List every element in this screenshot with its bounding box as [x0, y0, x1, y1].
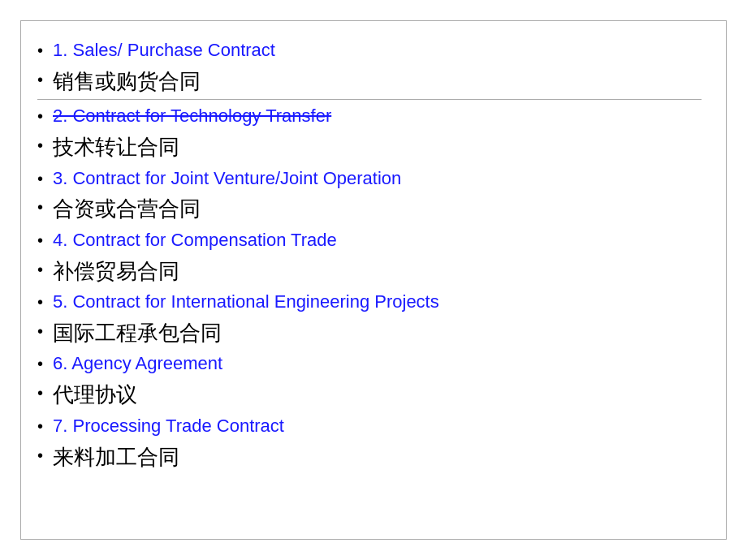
list-item: •2. Contract for Technology Transfer	[37, 103, 702, 129]
bullet-point: •	[37, 444, 43, 467]
item-5-zh: 国际工程承包合同	[53, 318, 222, 347]
list-item: •6. Agency Agreement	[37, 351, 702, 377]
bullet-point: •	[37, 105, 43, 127]
section-divider	[37, 99, 702, 100]
item-3-zh: 合资或合营合同	[53, 194, 201, 223]
list-item: •补偿贸易合同	[37, 256, 702, 286]
item-7-zh: 来料加工合同	[53, 442, 179, 472]
item-5-en: 5. Contract for International Engineerin…	[53, 289, 439, 315]
list-item: •代理协议	[37, 380, 702, 409]
bullet-point: •	[37, 68, 43, 91]
bullet-point: •	[37, 134, 43, 157]
list-item: •国际工程承包合同	[37, 318, 702, 347]
list-item: •5. Contract for International Engineeri…	[37, 289, 702, 315]
bullet-point: •	[37, 229, 43, 252]
bullet-point: •	[37, 415, 43, 437]
content-list: •1. Sales/ Purchase Contract•销售或购货合同•2. …	[37, 37, 702, 472]
list-item: •3. Contract for Joint Venture/Joint Ope…	[37, 166, 702, 192]
item-1-en: 1. Sales/ Purchase Contract	[53, 37, 275, 63]
item-4-en: 4. Contract for Compensation Trade	[53, 227, 337, 253]
list-item: •7. Processing Trade Contract	[37, 413, 702, 439]
list-item: •来料加工合同	[37, 442, 702, 472]
list-item: •1. Sales/ Purchase Contract	[37, 37, 702, 63]
list-item: •技术转让合同	[37, 132, 702, 162]
bullet-point: •	[37, 291, 43, 313]
item-2-en: 2. Contract for Technology Transfer	[53, 103, 331, 129]
item-2-zh: 技术转让合同	[53, 132, 179, 162]
item-3-en: 3. Contract for Joint Venture/Joint Oper…	[53, 166, 401, 192]
bullet-point: •	[37, 352, 43, 375]
item-6-zh: 代理协议	[53, 380, 137, 409]
bullet-point: •	[37, 381, 43, 404]
bullet-point: •	[37, 39, 43, 62]
list-item: •销售或购货合同	[37, 67, 702, 96]
bullet-point: •	[37, 196, 43, 218]
item-6-en: 6. Agency Agreement	[53, 351, 222, 377]
item-4-zh: 补偿贸易合同	[53, 256, 179, 286]
main-container: •1. Sales/ Purchase Contract•销售或购货合同•2. …	[20, 20, 727, 540]
list-item: •4. Contract for Compensation Trade	[37, 227, 702, 253]
list-item: •合资或合营合同	[37, 194, 702, 223]
bullet-point: •	[37, 258, 43, 281]
item-1-zh: 销售或购货合同	[53, 67, 201, 96]
item-7-en: 7. Processing Trade Contract	[53, 413, 284, 439]
bullet-point: •	[37, 320, 43, 342]
bullet-point: •	[37, 167, 43, 190]
